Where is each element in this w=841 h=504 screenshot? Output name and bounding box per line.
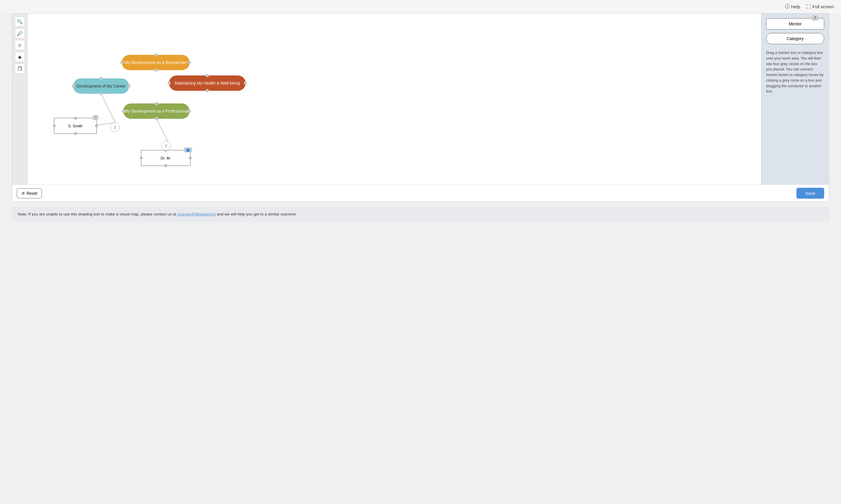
- number-circle-2: 2: [110, 122, 120, 132]
- dot-left: [120, 61, 124, 64]
- connector-svg: [28, 14, 761, 184]
- zoom-in-button[interactable]: 🔍: [15, 17, 25, 26]
- category-box-draggable[interactable]: Category: [766, 33, 824, 44]
- fullscreen-label: Full screen: [812, 4, 834, 9]
- layers-button[interactable]: ❐: [15, 64, 25, 74]
- content-area: 🔍 🔎 ⊹ ◈ ❐ My: [12, 14, 829, 184]
- mentor-question-badge: ?: [812, 15, 818, 21]
- smith-dot-top: [74, 117, 77, 120]
- mentor-drm-node[interactable]: 👥 Dr. M.: [141, 150, 191, 166]
- reset-button[interactable]: ↺ Reset: [17, 188, 42, 198]
- number-circle-1: 1: [161, 141, 171, 150]
- circle-2-label: 2: [114, 125, 116, 129]
- note-bar: Note: If you are unable to use this draw…: [12, 206, 829, 222]
- drm-dot-right: [189, 157, 192, 159]
- fullscreen-icon: ⛶: [806, 4, 811, 10]
- circle-1-label: 1: [165, 144, 167, 148]
- save-button[interactable]: Save: [796, 188, 824, 199]
- paint-button[interactable]: ◈: [15, 52, 25, 62]
- researcher-label: My Development as a Researcher: [124, 60, 187, 65]
- dot-top: [100, 77, 103, 80]
- fullscreen-link[interactable]: ⛶ Full screen: [806, 4, 834, 10]
- main-container: 🔍 🔎 ⊹ ◈ ❐ My: [12, 13, 829, 202]
- canvas-area: My Development as a Researcher Developme…: [28, 14, 761, 184]
- node-health[interactable]: Maintaining My Health & Well-being: [169, 75, 246, 91]
- dot-right: [127, 85, 130, 88]
- dot-right: [244, 82, 247, 85]
- toolbar: 🔍 🔎 ⊹ ◈ ❐: [12, 14, 28, 184]
- reset-label: Reset: [27, 191, 37, 196]
- drm-dot-left: [140, 157, 143, 159]
- mentor-box-label: Mentor: [789, 21, 802, 26]
- smith-dot-bottom: [74, 132, 77, 135]
- save-label: Save: [805, 191, 816, 196]
- dot-top: [154, 53, 157, 57]
- dot-left: [168, 82, 171, 85]
- node-career[interactable]: Development of My Career: [73, 78, 129, 94]
- dot-left: [72, 85, 75, 88]
- dot-bottom: [155, 117, 158, 120]
- svg-line-2: [156, 119, 169, 143]
- dot-top: [155, 102, 158, 105]
- dot-bottom: [154, 68, 157, 72]
- zoom-out-button[interactable]: 🔎: [15, 28, 25, 38]
- dot-right: [188, 61, 191, 64]
- note-text-after: and we will help you get to a similar ou…: [216, 212, 297, 216]
- panel-description: Drag a mentor box or category box onto y…: [766, 50, 824, 94]
- professional-label: My Development as a Professional: [124, 109, 188, 113]
- node-professional[interactable]: My Development as a Professional: [123, 104, 190, 119]
- svg-line-0: [101, 94, 115, 123]
- bottom-bar: ↺ Reset Save: [12, 184, 829, 202]
- smith-label: S. Smith: [68, 124, 83, 128]
- dot-bottom: [100, 92, 103, 95]
- health-label: Maintaining My Health & Well-being: [175, 81, 240, 86]
- dot-top: [206, 74, 209, 77]
- drm-label: Dr. M.: [161, 156, 171, 160]
- dot-bottom: [206, 89, 209, 92]
- help-icon: ⓘ: [785, 3, 790, 10]
- help-link[interactable]: ⓘ Help: [785, 3, 800, 10]
- smith-badge: ?: [93, 115, 98, 120]
- note-email-link[interactable]: courses@iBiology.org: [177, 212, 216, 216]
- mentor-smith-node[interactable]: ? S. Smith: [54, 118, 97, 134]
- mentor-box-wrapper: ? Mentor: [766, 18, 824, 30]
- fit-button[interactable]: ⊹: [15, 40, 25, 50]
- drm-dot-bottom: [164, 164, 167, 167]
- smith-dot-left: [53, 124, 56, 127]
- smith-dot-right: [95, 124, 98, 127]
- drm-badge: 👥: [184, 147, 192, 152]
- category-box-label: Category: [787, 36, 804, 41]
- dot-right: [188, 110, 191, 113]
- career-label: Development of My Career: [76, 84, 126, 88]
- note-text-before: Note: If you are unable to use this draw…: [18, 212, 177, 216]
- node-researcher[interactable]: My Development as a Researcher: [122, 55, 190, 70]
- reset-icon: ↺: [21, 191, 25, 196]
- right-panel: ? Mentor Category Drag a mentor box or c…: [761, 14, 829, 184]
- top-bar: ⓘ Help ⛶ Full screen: [0, 0, 841, 13]
- help-label: Help: [791, 4, 800, 9]
- dot-left: [122, 110, 125, 113]
